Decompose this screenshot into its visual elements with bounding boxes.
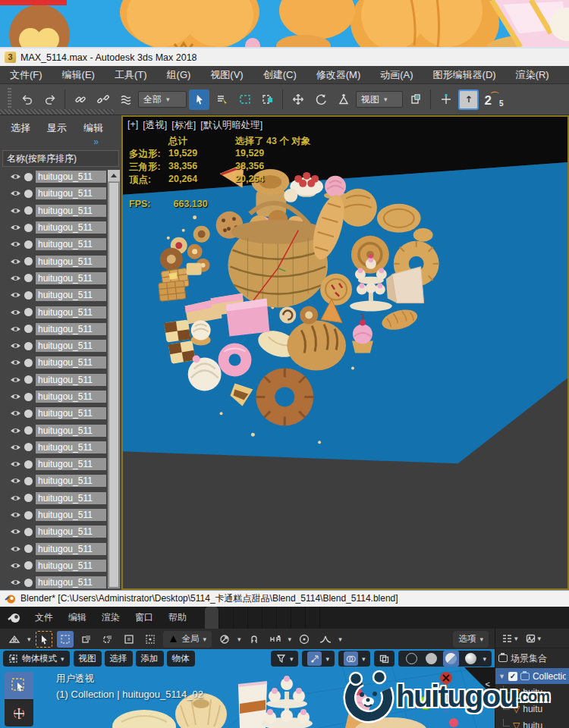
select-mode-set-button[interactable] bbox=[57, 631, 74, 648]
max-menu-item[interactable]: 动画(A) bbox=[370, 68, 423, 82]
render-dot-icon[interactable] bbox=[24, 291, 33, 300]
visibility-eye-icon[interactable] bbox=[10, 237, 21, 251]
outliner-object-row[interactable]: ▽ huitu bbox=[495, 717, 569, 728]
render-dot-icon[interactable] bbox=[24, 561, 33, 570]
max-menu-item[interactable]: 编辑(E) bbox=[52, 68, 105, 82]
cursor-tool-button[interactable] bbox=[5, 699, 33, 726]
scrollbar-thumb[interactable] bbox=[108, 182, 119, 588]
blender-menu-item[interactable]: 帮助 bbox=[161, 611, 194, 624]
blender-menu-item[interactable]: 窗口 bbox=[127, 611, 161, 624]
render-dot-icon[interactable] bbox=[24, 494, 33, 502]
visibility-eye-icon[interactable] bbox=[10, 457, 21, 471]
blender-menu-item[interactable]: 文件 bbox=[27, 611, 61, 624]
viewport-label-part[interactable]: [默认明暗处理] bbox=[200, 119, 262, 132]
object-list-row[interactable]: huitugou_511 bbox=[0, 219, 106, 236]
object-list-row[interactable]: huitugou_511 bbox=[0, 405, 106, 422]
show-object-types-dropdown[interactable]: ▾ bbox=[271, 651, 299, 667]
render-dot-icon[interactable] bbox=[24, 393, 33, 401]
render-dot-icon[interactable] bbox=[24, 410, 33, 418]
select-mode-subtract-button[interactable] bbox=[99, 631, 116, 648]
snap-target-dropdown[interactable] bbox=[216, 631, 233, 648]
visibility-eye-icon[interactable] bbox=[10, 508, 21, 522]
viewport-label-part[interactable]: [+] bbox=[127, 119, 138, 132]
visibility-eye-icon[interactable] bbox=[10, 204, 21, 218]
visibility-eye-icon[interactable] bbox=[10, 491, 21, 505]
object-list-row[interactable]: huitugou_511 bbox=[0, 185, 106, 202]
snap-increment-dropdown[interactable] bbox=[267, 631, 284, 648]
shading-material-button[interactable] bbox=[443, 651, 459, 667]
workspace-tab[interactable] bbox=[219, 607, 234, 629]
object-list-row[interactable]: huitugou_511 bbox=[0, 337, 106, 354]
render-dot-icon[interactable] bbox=[24, 460, 33, 469]
render-dot-icon[interactable] bbox=[24, 359, 33, 367]
visibility-eye-icon[interactable] bbox=[10, 187, 21, 200]
object-list-row[interactable]: huitugou_511 bbox=[0, 253, 106, 269]
sort-by-name-header[interactable]: 名称(按降序排序) bbox=[2, 150, 119, 167]
render-dot-icon[interactable] bbox=[24, 477, 33, 485]
visibility-eye-icon[interactable] bbox=[10, 474, 21, 488]
select-object-button[interactable] bbox=[189, 89, 209, 110]
expand-triangle-icon[interactable]: ▼ bbox=[498, 673, 505, 680]
blender-logo-icon[interactable] bbox=[8, 613, 21, 623]
object-list-scrollbar[interactable] bbox=[108, 170, 120, 588]
viewport-menu-item[interactable]: 物体 bbox=[167, 651, 195, 667]
gizmos-dropdown[interactable]: ▾ bbox=[302, 651, 335, 667]
object-list-row[interactable]: huitugou_511 bbox=[0, 287, 106, 303]
render-dot-icon[interactable] bbox=[24, 308, 33, 316]
workspace-tab[interactable] bbox=[205, 607, 219, 629]
blender-menu-item[interactable]: 编辑 bbox=[61, 611, 94, 624]
render-dot-icon[interactable] bbox=[24, 190, 33, 198]
shading-wireframe-button[interactable] bbox=[404, 651, 420, 667]
object-list-row[interactable]: huitugou_511 bbox=[0, 270, 106, 287]
viewport-label-part[interactable]: [标准] bbox=[171, 119, 196, 132]
max-menu-item[interactable]: 创建(C) bbox=[253, 68, 307, 82]
render-dot-icon[interactable] bbox=[24, 274, 33, 282]
rectangular-selection-region-button[interactable] bbox=[234, 89, 255, 110]
scene-explorer-tab[interactable]: 显示 bbox=[47, 121, 67, 135]
visibility-eye-icon[interactable] bbox=[10, 288, 21, 302]
visibility-eye-icon[interactable] bbox=[10, 170, 21, 184]
object-list-row[interactable]: huitugou_511 bbox=[0, 456, 106, 472]
workspace-tab[interactable] bbox=[234, 607, 248, 629]
reference-coordinate-dropdown[interactable]: 视图 ▾ bbox=[356, 91, 403, 108]
visibility-eye-icon[interactable] bbox=[10, 306, 21, 319]
max-menu-item[interactable]: 工具(T) bbox=[105, 68, 157, 82]
snap-25d-button[interactable]: 2⌒5 bbox=[481, 89, 507, 110]
object-list-row[interactable]: huitugou_511 bbox=[0, 372, 106, 388]
object-list-row[interactable]: huitugou_511 bbox=[0, 541, 106, 557]
scene-explorer-tab[interactable]: 编辑 bbox=[83, 121, 103, 135]
select-mode-extend-button[interactable] bbox=[78, 631, 95, 648]
scale-button[interactable] bbox=[333, 89, 354, 110]
toolbar-grip[interactable] bbox=[8, 88, 11, 111]
workspace-tab[interactable] bbox=[306, 607, 320, 629]
bind-to-space-warp-button[interactable] bbox=[115, 89, 136, 110]
viewport-menu-item[interactable]: 选择 bbox=[105, 651, 133, 667]
max-perspective-viewport[interactable]: [+][透视][标准][默认明暗处理] 总计 选择了 43 个 对象 多边形: … bbox=[121, 115, 569, 590]
collection-checkbox[interactable]: ✓ bbox=[508, 672, 517, 681]
shading-solid-button[interactable] bbox=[423, 651, 439, 667]
proportional-editing-button[interactable] bbox=[296, 631, 313, 648]
blender-3d-viewport[interactable]: 物体模式 ▾ 视图选择添加物体 ▾ ▾ bbox=[0, 649, 495, 728]
render-dot-icon[interactable] bbox=[24, 443, 33, 451]
redo-button[interactable] bbox=[39, 89, 60, 110]
visibility-eye-icon[interactable] bbox=[10, 559, 21, 573]
select-by-name-button[interactable] bbox=[212, 89, 232, 110]
render-dot-icon[interactable] bbox=[24, 426, 33, 435]
object-list-row[interactable]: huitugou_511 bbox=[0, 574, 106, 590]
visibility-eye-icon[interactable] bbox=[10, 525, 21, 538]
render-dot-icon[interactable] bbox=[24, 544, 33, 553]
object-list-row[interactable]: huitugou_511 bbox=[0, 303, 106, 320]
panel-expand-chevron[interactable]: » bbox=[0, 136, 121, 149]
xray-toggle[interactable] bbox=[374, 651, 395, 667]
workspace-tab[interactable] bbox=[291, 607, 306, 629]
transform-orientation-dropdown[interactable]: 全局 ▾ bbox=[163, 631, 212, 648]
max-menu-item[interactable]: 组(G) bbox=[157, 68, 201, 82]
select-and-link-button[interactable] bbox=[70, 89, 90, 110]
visibility-eye-icon[interactable] bbox=[10, 255, 21, 268]
visibility-eye-icon[interactable] bbox=[10, 406, 21, 420]
visibility-eye-icon[interactable] bbox=[10, 339, 21, 353]
max-menu-item[interactable]: 渲染(R) bbox=[506, 68, 559, 82]
snaps-toggle-button[interactable] bbox=[435, 89, 456, 110]
editor-type-dropdown[interactable] bbox=[6, 631, 23, 648]
visibility-eye-icon[interactable] bbox=[10, 576, 21, 589]
